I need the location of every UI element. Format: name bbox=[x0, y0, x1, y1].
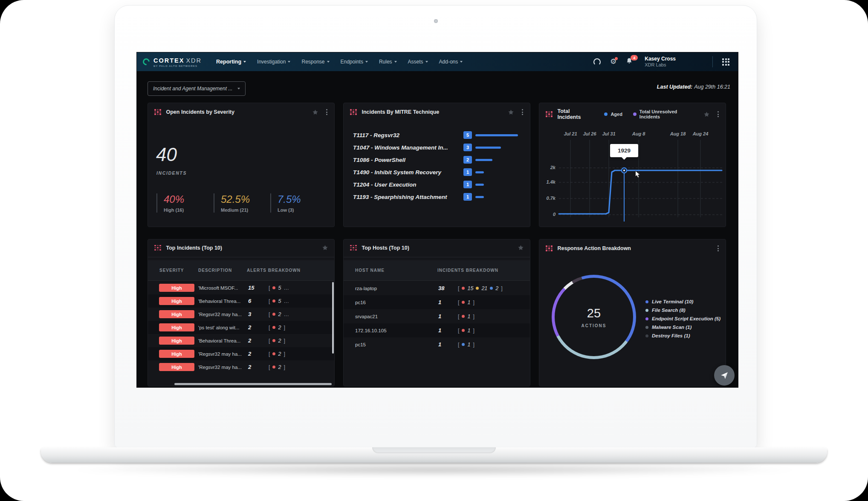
legend-dot bbox=[645, 334, 648, 337]
table-row[interactable]: High 'ps test' along wit... 2 [2] bbox=[148, 321, 334, 334]
star-icon[interactable] bbox=[312, 109, 318, 115]
incident-count-label: INCIDENTS bbox=[156, 170, 187, 176]
table-row[interactable]: rza-laptop 38 [ 15 21 2 ] bbox=[344, 281, 530, 295]
panel-title: Top Incidents (Top 10) bbox=[166, 245, 222, 251]
query-ring-icon[interactable] bbox=[593, 58, 601, 66]
table-row[interactable]: High 'Behavioral Threa... 2 [2] bbox=[148, 334, 334, 347]
mitre-row[interactable]: T1204 - User Execution 1 bbox=[344, 179, 530, 190]
last-updated: Last Updated:Aug 29th 16:21 bbox=[657, 84, 730, 90]
user-org: XDR Labs bbox=[645, 62, 676, 68]
menu-response[interactable]: Response bbox=[301, 59, 329, 65]
actions-label: ACTIONS bbox=[582, 323, 607, 328]
brand-secondary: XDR bbox=[186, 57, 202, 64]
user-menu[interactable]: Kasey Cross XDR Labs bbox=[645, 56, 676, 67]
alert-dot bbox=[272, 313, 275, 316]
cortex-logo-icon bbox=[142, 57, 151, 67]
table-row[interactable]: 172.16.10.105 1 [1] bbox=[344, 323, 530, 337]
brand-primary: CORTEX bbox=[153, 57, 184, 64]
widget-grid-icon bbox=[350, 109, 357, 115]
mitre-row[interactable]: T1086 - PowerShell 2 bbox=[344, 154, 530, 166]
line-chart bbox=[539, 103, 726, 227]
kebab-menu-icon[interactable] bbox=[521, 108, 524, 116]
mitre-bar bbox=[475, 134, 518, 136]
panel-top-incidents: Top Incidents (Top 10) SEVERITY DESCRIPT… bbox=[148, 239, 335, 386]
menu-investigation[interactable]: Investigation bbox=[257, 59, 290, 65]
menu-assets[interactable]: Assets bbox=[408, 59, 428, 65]
widget-grid-icon bbox=[154, 245, 162, 251]
mitre-bar bbox=[475, 196, 484, 198]
table-row[interactable]: High 'Regsvr32 may ha... 2 [2] bbox=[148, 347, 334, 360]
dashboard-selector[interactable]: Incident and Agent Management ... bbox=[148, 81, 246, 96]
severity-badge: High bbox=[159, 337, 194, 345]
legend-dot bbox=[645, 300, 648, 303]
mitre-bar bbox=[475, 147, 501, 149]
settings-button[interactable]: ⚙ bbox=[610, 58, 616, 66]
main-menu: Reporting Investigation Response Endpoin… bbox=[216, 59, 463, 65]
laptop-base bbox=[41, 447, 827, 463]
panel-title: Incidents By MITRE Technique bbox=[362, 109, 440, 115]
mitre-row[interactable]: T1490 - Inhibit System Recovery 1 bbox=[344, 166, 530, 178]
chevron-down-icon bbox=[365, 61, 368, 63]
star-icon[interactable] bbox=[508, 109, 514, 115]
mitre-row[interactable]: T1117 - Regsvr32 5 bbox=[344, 129, 530, 141]
notifications-button[interactable]: 4 bbox=[626, 58, 633, 66]
mitre-bar bbox=[475, 159, 492, 161]
donut-chart: 25 ACTIONS bbox=[552, 275, 636, 359]
table-header: HOST NAME INCIDENTS BREAKDOWN bbox=[344, 260, 530, 281]
legend-dot bbox=[645, 309, 648, 312]
severity-badge: High bbox=[159, 363, 194, 371]
mitre-row[interactable]: T1193 - Spearphishing Attachment 1 bbox=[344, 191, 530, 203]
table-row[interactable]: High 'Regsvr32 may ha... 2 [2] bbox=[148, 360, 334, 374]
dashboard-screen: CORTEXXDR BY PALO ALTO NETWORKS Reportin… bbox=[137, 52, 738, 387]
legend-item: Destroy Files (1) bbox=[645, 333, 720, 338]
actions-count: 25 bbox=[587, 306, 601, 320]
app-grid-icon[interactable] bbox=[722, 58, 729, 66]
panel-title: Response Action Breakdown bbox=[558, 245, 631, 251]
legend-dot bbox=[645, 326, 648, 329]
star-icon[interactable] bbox=[518, 245, 524, 251]
menu-endpoints[interactable]: Endpoints bbox=[341, 59, 368, 65]
chevron-down-icon bbox=[327, 61, 330, 63]
kebab-menu-icon[interactable] bbox=[325, 108, 328, 116]
table-row[interactable]: High 'Behavioral Threa... 6 [5… bbox=[148, 294, 334, 308]
table-row[interactable]: pc16 1 [1] bbox=[344, 295, 530, 309]
mitre-row[interactable]: T1047 - Windows Management In... 3 bbox=[344, 141, 530, 153]
panel-title: Top Hosts (Top 10) bbox=[362, 245, 409, 251]
quick-launcher-button[interactable] bbox=[714, 365, 735, 386]
paper-plane-icon bbox=[720, 371, 729, 380]
severity-badge: High bbox=[159, 350, 194, 358]
panel-grid: Open Incidents by Severity 40 INCIDENTS … bbox=[148, 103, 726, 386]
menu-reporting[interactable]: Reporting bbox=[216, 59, 246, 65]
incident-dot bbox=[462, 315, 465, 318]
table-row[interactable]: High 'Microsoft MSOF... 15 [5… bbox=[148, 281, 334, 294]
alert-dot bbox=[272, 366, 275, 369]
brand-subtitle: BY PALO ALTO NETWORKS bbox=[153, 65, 202, 67]
incident-dot bbox=[462, 287, 465, 290]
mockup-canvas: CORTEXXDR BY PALO ALTO NETWORKS Reportin… bbox=[0, 0, 868, 501]
panel-total-incidents: Total Incidents Aged Total Unresolved In… bbox=[539, 103, 726, 227]
horizontal-scrollbar[interactable] bbox=[174, 383, 332, 385]
stat-high: 40% High (16) bbox=[156, 193, 184, 213]
legend-item: Live Terminal (10) bbox=[645, 299, 720, 304]
notification-badge: 4 bbox=[631, 55, 638, 60]
alert-dot bbox=[272, 299, 275, 302]
vertical-scrollbar[interactable] bbox=[332, 282, 334, 354]
mitre-bar bbox=[475, 171, 484, 173]
alert-dot bbox=[272, 326, 275, 329]
chevron-down-icon bbox=[288, 61, 290, 63]
table-row[interactable]: pc15 1 [1] bbox=[344, 337, 530, 351]
legend-item: File Search (8) bbox=[645, 308, 720, 313]
incident-dot bbox=[476, 287, 479, 290]
table-row[interactable]: srvapac21 1 [1] bbox=[344, 309, 530, 323]
widget-grid-icon bbox=[350, 245, 357, 251]
menu-rules[interactable]: Rules bbox=[379, 59, 397, 65]
chevron-down-icon bbox=[394, 61, 397, 63]
panel-title: Open Incidents by Severity bbox=[166, 109, 234, 115]
kebab-menu-icon[interactable] bbox=[717, 245, 720, 252]
alert-dot bbox=[272, 286, 275, 289]
incident-count: 40 bbox=[156, 144, 177, 165]
menu-add-ons[interactable]: Add-ons bbox=[439, 59, 463, 65]
severity-badge: High bbox=[159, 310, 194, 318]
star-icon[interactable] bbox=[322, 245, 328, 251]
table-row[interactable]: High 'Regsvr32 may ha... 3 [2… bbox=[148, 308, 334, 321]
